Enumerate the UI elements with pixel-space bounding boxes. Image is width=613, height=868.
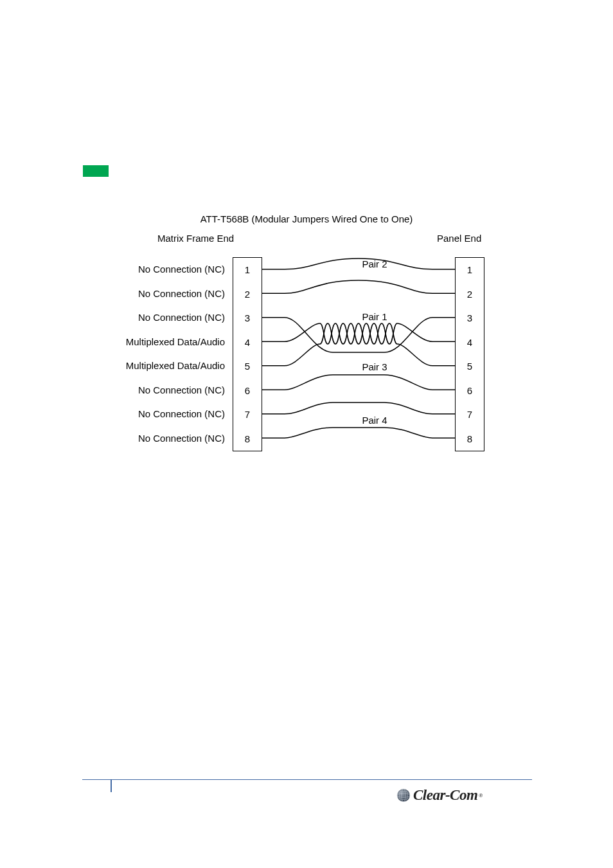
- section-marker: [83, 165, 109, 177]
- pin-left-2: 2: [233, 282, 262, 307]
- pin-left-8: 8: [233, 427, 262, 451]
- pin-right-5: 5: [456, 354, 484, 379]
- pin-left-5: 5: [233, 354, 262, 379]
- registered-mark: ®: [479, 793, 483, 799]
- footer-tick: [111, 779, 112, 792]
- wiring-diagram: [262, 257, 455, 450]
- signal-labels: No Connection (NC) No Connection (NC) No…: [0, 257, 225, 450]
- logo-sphere-icon: [396, 788, 411, 802]
- signal-label-1: No Connection (NC): [0, 257, 225, 282]
- pin-right-4: 4: [456, 330, 484, 355]
- pin-left-4: 4: [233, 330, 262, 355]
- signal-label-5: Multiplexed Data/Audio: [0, 354, 225, 378]
- pin-right-8: 8: [456, 427, 484, 451]
- diagram-title: ATT-T568B (Modular Jumpers Wired One to …: [0, 213, 613, 224]
- pin-right-3: 3: [456, 306, 484, 330]
- brand-logo: Clear-Com ®: [396, 786, 531, 805]
- pin-left-1: 1: [233, 258, 262, 282]
- pin-left-7: 7: [233, 402, 262, 427]
- signal-label-2: No Connection (NC): [0, 282, 225, 306]
- pinbox-left: 1 2 3 4 5 6 7 8: [233, 257, 262, 451]
- pinbox-right: 1 2 3 4 5 6 7 8: [455, 257, 484, 451]
- svg-point-0: [397, 789, 410, 802]
- signal-label-7: No Connection (NC): [0, 402, 225, 426]
- footer-rule: [82, 779, 532, 780]
- pin-right-2: 2: [456, 282, 484, 307]
- pin-right-1: 1: [456, 258, 484, 282]
- matrix-frame-end-label: Matrix Frame End: [157, 233, 234, 244]
- signal-label-8: No Connection (NC): [0, 426, 225, 451]
- pin-left-6: 6: [233, 379, 262, 403]
- panel-end-label: Panel End: [437, 233, 481, 244]
- pin-left-3: 3: [233, 306, 262, 330]
- signal-label-3: No Connection (NC): [0, 305, 225, 330]
- pin-right-7: 7: [456, 402, 484, 427]
- pin-right-6: 6: [456, 379, 484, 403]
- brand-name: Clear-Com: [413, 787, 477, 804]
- signal-label-6: No Connection (NC): [0, 378, 225, 402]
- signal-label-4: Multiplexed Data/Audio: [0, 330, 225, 354]
